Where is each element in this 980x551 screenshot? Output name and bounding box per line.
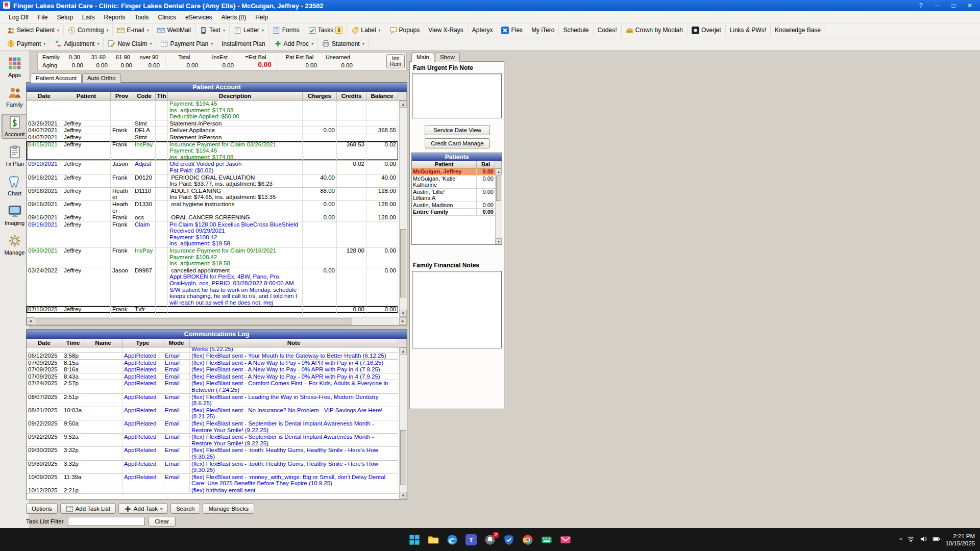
teams-taskbar-icon[interactable]: T: [464, 533, 478, 547]
scrollbar-track[interactable]: [400, 355, 407, 492]
account-row[interactable]: 04/07/2021JeffreyStmtStatement-InPerson: [27, 134, 398, 141]
menu-reports[interactable]: Reports: [100, 12, 130, 22]
toolbar-button-e-mail[interactable]: E-mail▾: [113, 24, 153, 36]
menu-help[interactable]: Help: [251, 12, 273, 22]
menu-lists[interactable]: Lists: [78, 12, 100, 22]
scroll-up-icon[interactable]: ▲: [496, 168, 502, 174]
edge-taskbar-icon[interactable]: [445, 533, 459, 547]
scroll-down-icon[interactable]: ▼: [400, 310, 407, 317]
account-row[interactable]: 03/26/2021JeffreyStmtStatement-InPerson: [27, 120, 398, 128]
toolbar-button-new-claim[interactable]: New Claim▾: [104, 38, 156, 49]
account-row[interactable]: 03/24/2022JeffreyJasonD9987 cancelled ap…: [27, 267, 398, 307]
toolbar-button-payment[interactable]: Payment▾: [3, 38, 50, 49]
sidebar-item-apps[interactable]: Apps: [2, 55, 28, 80]
toolbar-button-adjustment[interactable]: Adjustment▾: [50, 38, 104, 49]
commlog-row[interactable]: 08/07/20252:51pApptRelatedEmail(flex) Fl…: [27, 394, 398, 407]
task-list-filter-input[interactable]: [68, 517, 144, 526]
account-row[interactable]: 09/16/2021JeffreyFrankocs ORAL CANCER SC…: [27, 214, 398, 221]
commlog-row[interactable]: 07/09/20258:43aApptRelatedEmail(flex) Fl…: [27, 373, 398, 381]
patient-row[interactable]: Austin, Madison0.00: [412, 202, 495, 209]
toolbar-button-commlog[interactable]: Commlog▾: [64, 24, 113, 36]
manage-blocks-button[interactable]: Manage Blocks: [203, 504, 254, 514]
tab-patient-account[interactable]: Patient Account: [31, 73, 82, 83]
toolbar-button-tasks[interactable]: Tasks8: [304, 24, 348, 36]
wifi-icon[interactable]: [907, 535, 915, 544]
toolbar-button-flex[interactable]: Flex: [497, 24, 527, 36]
scroll-up-icon[interactable]: ▲: [400, 347, 407, 355]
add-task-list-button[interactable]: Add Task List: [60, 504, 116, 514]
commlog-row[interactable]: 07/09/20258:16aApptRelatedEmail(flex) Fl…: [27, 366, 398, 373]
patient-row[interactable]: Austin, 'Lillie'Lilliana A0.00: [412, 189, 495, 202]
toolbar-button-webmail[interactable]: WebMail: [153, 24, 195, 36]
commlog-row[interactable]: 09/22/20259:50aApptRelatedEmail(flex) Fl…: [27, 420, 398, 434]
account-row[interactable]: 07/10/2025JeffreyFrankTxfr0.000.00: [27, 306, 398, 313]
tray-chevron-up-icon[interactable]: ^: [899, 537, 902, 543]
toolbar-button-text[interactable]: Text▾: [195, 24, 230, 36]
toolbar-button-popups[interactable]: Popups: [385, 24, 425, 36]
toolbar-button-knowledge-base[interactable]: Knowledge Base: [771, 24, 825, 36]
family-financial-notes-input[interactable]: [412, 271, 502, 348]
toolbar-button-my-itero[interactable]: My iTero: [527, 24, 559, 36]
commlog-row[interactable]: 09/30/20253:32pApptRelatedEmail(flex) Fl…: [27, 461, 398, 474]
commlog-row[interactable]: 06/12/20253:58pApptRelatedEmail(flex) Fl…: [27, 353, 398, 360]
volume-icon[interactable]: [920, 535, 927, 544]
ins-rem-button[interactable]: Ins Rem: [386, 54, 405, 68]
scrollbar-thumb[interactable]: [400, 430, 406, 485]
fam-urgent-fin-note-input[interactable]: [412, 73, 502, 118]
clear-filter-button[interactable]: Clear: [149, 517, 176, 527]
menu-alerts-0[interactable]: Alerts (0): [217, 12, 251, 22]
patient-row[interactable]: McGuigan, 'Katie'Katharine0.00: [412, 176, 495, 189]
account-row[interactable]: 09/16/2021JeffreyFrankClaimPri Claim $12…: [27, 221, 398, 247]
account-horizontal-scrollbar[interactable]: ◄ ►: [27, 317, 407, 325]
menu-tools[interactable]: Tools: [130, 12, 154, 22]
toolbar-button-apteryx[interactable]: Apteryx: [468, 24, 498, 36]
account-row[interactable]: 09/30/2021JeffreyFrankInsPayInsurance Pa…: [27, 247, 398, 267]
sidebar-item-imaging[interactable]: Imaging: [2, 203, 28, 228]
commlog-row[interactable]: 09/22/20259:52aApptRelatedEmail(flex) Fl…: [27, 434, 398, 447]
credit-card-manage-button[interactable]: Credit Card Manage: [425, 138, 490, 148]
toolbar-button-payment-plan[interactable]: Payment Plan▾: [156, 38, 217, 49]
scrollbar-thumb[interactable]: [35, 318, 352, 324]
sidebar-item-account[interactable]: Account: [2, 114, 28, 139]
file-explorer-taskbar-icon[interactable]: [426, 533, 440, 547]
search-button[interactable]: Search: [170, 504, 200, 514]
toolbar-button-overjet[interactable]: Overjet: [688, 24, 726, 36]
sidebar-item-manage[interactable]: Manage: [2, 232, 28, 257]
toolbar-button-forms[interactable]: Forms: [268, 24, 304, 36]
toolbar-button-view-x-rays[interactable]: View X-Rays: [424, 24, 468, 36]
commlog-row[interactable]: 09/30/20253:32pApptRelatedEmail(flex) Fl…: [27, 447, 398, 460]
toolbar-button-codes[interactable]: Codes!: [594, 24, 622, 36]
patient-row[interactable]: Entire Family0.00: [412, 209, 495, 216]
scroll-down-icon[interactable]: ▼: [400, 492, 407, 499]
toolbar-button-add-proc[interactable]: Add Proc▾: [270, 38, 318, 49]
scrollbar-thumb[interactable]: [496, 176, 501, 201]
start-taskbar-icon[interactable]: [407, 533, 422, 547]
menu-file[interactable]: File: [33, 12, 52, 22]
notifications-taskbar-icon[interactable]: 2: [483, 533, 497, 547]
commlog-row[interactable]: Works (5.22.25): [27, 347, 398, 353]
scroll-right-icon[interactable]: ►: [399, 317, 407, 325]
toolbar-button-statement[interactable]: Statement▾: [318, 38, 369, 49]
toolbar-button-select-patient[interactable]: Select Patient▾: [3, 24, 64, 36]
sidebar-item-family[interactable]: Family: [2, 84, 28, 109]
toolbar-button-label[interactable]: Label▾: [347, 24, 385, 36]
commlog-row[interactable]: 10/12/20252:21p(flex) birthday email sen…: [27, 487, 398, 494]
virtual-keyboard-taskbar-icon[interactable]: [540, 533, 554, 547]
tab-main[interactable]: Main: [411, 53, 434, 62]
maximize-button[interactable]: □: [946, 1, 961, 10]
commlog-row[interactable]: 07/24/20252:57pApptRelatedEmail(flex) Fl…: [27, 380, 398, 393]
toolbar-button-links-pws[interactable]: Links & PWs!: [726, 24, 771, 36]
minimize-button[interactable]: ─: [930, 1, 944, 10]
commlog-row[interactable]: 08/21/202510:03aApptRelatedEmail(flex) F…: [27, 407, 398, 420]
patient-row[interactable]: McGuigan, Jeffrey0.00: [412, 168, 495, 176]
account-row[interactable]: Payment: $194.45ins. adjustment: $174.08…: [27, 101, 398, 120]
menu-clinics[interactable]: Clinics: [154, 12, 181, 22]
account-row[interactable]: 04/15/2021JeffreyFrankInsPayInsurance Pa…: [27, 141, 398, 161]
account-row[interactable]: 09/16/2021JeffreyHeatherD1110 ADULT CLEA…: [27, 188, 398, 201]
account-row[interactable]: 04/07/2021JeffreyFrankDELADeliver Applia…: [27, 127, 398, 134]
scrollbar-thumb[interactable]: [400, 229, 406, 298]
help-button[interactable]: ?: [914, 1, 928, 10]
taskbar-clock[interactable]: 2:21 PM 10/15/2025: [945, 533, 975, 547]
chrome-taskbar-icon[interactable]: [521, 533, 535, 547]
account-row[interactable]: 09/16/2021JeffreyHeatherD1330 oral hygie…: [27, 201, 398, 214]
